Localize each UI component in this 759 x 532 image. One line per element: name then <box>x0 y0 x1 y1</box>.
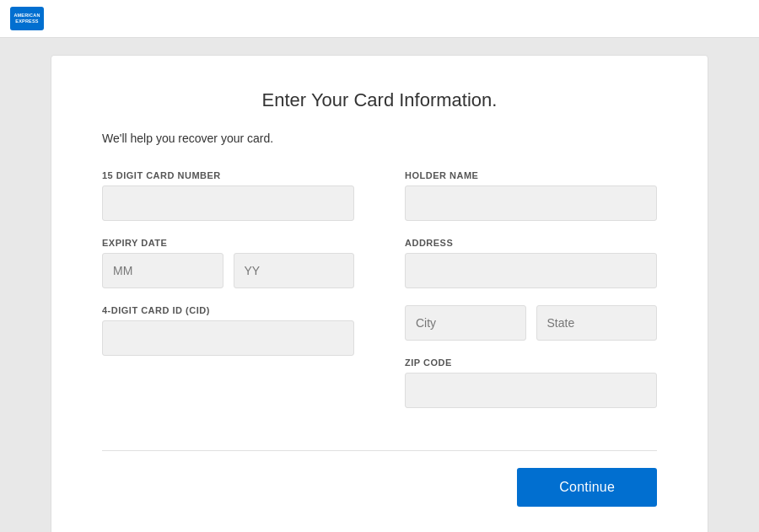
city-input[interactable] <box>405 305 526 341</box>
left-column: 15 DIGIT CARD NUMBER EXPIRY DATE 4-DIGIT… <box>102 170 354 425</box>
amex-logo: AMERICAN EXPRESS <box>10 7 44 30</box>
subtitle: We'll help you recover your card. <box>102 132 657 145</box>
address-label: ADDRESS <box>405 238 657 248</box>
zip-group: ZIP CODE <box>405 357 657 408</box>
cid-label: 4-DIGIT CARD ID (CID) <box>102 305 354 315</box>
form-layout: 15 DIGIT CARD NUMBER EXPIRY DATE 4-DIGIT… <box>102 170 657 425</box>
main-content: Enter Your Card Information. We'll help … <box>0 38 759 532</box>
card-number-label: 15 DIGIT CARD NUMBER <box>102 170 354 180</box>
expiry-yy-input[interactable] <box>234 253 355 288</box>
amex-logo-text2: EXPRESS <box>15 19 38 24</box>
state-input[interactable] <box>536 305 658 341</box>
zip-label: ZIP CODE <box>405 357 657 368</box>
top-bar: AMERICAN EXPRESS <box>0 0 759 38</box>
city-state-row <box>405 305 657 341</box>
form-footer: Continue <box>102 450 657 507</box>
expiry-mm-input[interactable] <box>102 253 223 288</box>
card-container: Enter Your Card Information. We'll help … <box>51 55 708 532</box>
address-input[interactable] <box>405 253 657 288</box>
page-title: Enter Your Card Information. <box>102 89 657 111</box>
holder-name-input[interactable] <box>405 185 657 221</box>
expiry-row <box>102 253 354 288</box>
right-column: HOLDER NAME ADDRESS ZIP CODE <box>405 170 657 425</box>
amex-logo-text1: AMERICAN <box>13 13 40 19</box>
expiry-label: EXPIRY DATE <box>102 238 354 248</box>
holder-name-group: HOLDER NAME <box>405 170 657 221</box>
holder-name-label: HOLDER NAME <box>405 170 657 180</box>
expiry-group: EXPIRY DATE <box>102 238 354 288</box>
zip-input[interactable] <box>405 373 657 408</box>
address-group: ADDRESS <box>405 238 657 288</box>
city-state-group <box>405 305 657 341</box>
cid-input[interactable] <box>102 320 354 356</box>
card-number-input[interactable] <box>102 185 354 221</box>
card-number-group: 15 DIGIT CARD NUMBER <box>102 170 354 221</box>
continue-button[interactable]: Continue <box>517 468 657 507</box>
cid-group: 4-DIGIT CARD ID (CID) <box>102 305 354 356</box>
